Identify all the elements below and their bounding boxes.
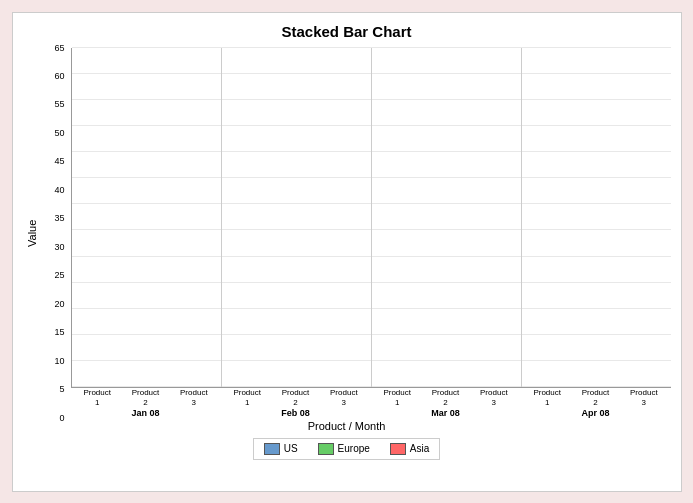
product-label-1-0: Product1 — [225, 388, 270, 407]
month-label-3: Apr 08 — [521, 408, 671, 418]
legend-label-asia: Asia — [410, 443, 429, 454]
product-label-1-2: Product3 — [321, 388, 366, 407]
product-label-3-1: Product2 — [573, 388, 618, 407]
y-tick-5: 5 — [42, 385, 68, 394]
product-label-1-1: Product2 — [273, 388, 318, 407]
y-tick-15: 15 — [42, 328, 68, 337]
y-tick-60: 60 — [42, 71, 68, 80]
legend-color-asia — [390, 443, 406, 455]
month-section-3 — [522, 48, 671, 388]
month-label-2: Mar 08 — [371, 408, 521, 418]
legend: USEuropeAsia — [253, 438, 441, 460]
y-tick-45: 45 — [42, 157, 68, 166]
y-tick-40: 40 — [42, 185, 68, 194]
month-section-1 — [222, 48, 372, 388]
product-label-2-1: Product2 — [423, 388, 468, 407]
product-label-2-2: Product3 — [471, 388, 516, 407]
y-tick-20: 20 — [42, 299, 68, 308]
month-label-0: Jan 08 — [71, 408, 221, 418]
y-tick-25: 25 — [42, 271, 68, 280]
y-tick-65: 65 — [42, 43, 68, 52]
y-tick-50: 50 — [42, 128, 68, 137]
y-tick-55: 55 — [42, 100, 68, 109]
product-label-0-0: Product1 — [75, 388, 120, 407]
product-label-2-0: Product1 — [375, 388, 420, 407]
plot-area — [71, 48, 671, 389]
y-axis-label: Value — [23, 48, 41, 418]
legend-item-us: US — [264, 443, 298, 455]
month-label-1: Feb 08 — [221, 408, 371, 418]
product-label-3-0: Product1 — [525, 388, 570, 407]
product-label-0-1: Product2 — [123, 388, 168, 407]
product-label-0-2: Product3 — [171, 388, 216, 407]
y-tick-30: 30 — [42, 242, 68, 251]
y-tick-0: 0 — [42, 413, 68, 422]
y-tick-10: 10 — [42, 356, 68, 365]
legend-label-us: US — [284, 443, 298, 454]
legend-color-europe — [318, 443, 334, 455]
legend-item-europe: Europe — [318, 443, 370, 455]
chart-title: Stacked Bar Chart — [23, 23, 671, 40]
legend-color-us — [264, 443, 280, 455]
product-label-3-2: Product3 — [621, 388, 666, 407]
y-tick-labels: 05101520253035404550556065 — [43, 48, 71, 418]
chart-container: Stacked Bar Chart Value 0510152025303540… — [12, 12, 682, 492]
y-tick-35: 35 — [42, 214, 68, 223]
month-section-2 — [372, 48, 522, 388]
month-section-0 — [72, 48, 222, 388]
legend-label-europe: Europe — [338, 443, 370, 454]
legend-item-asia: Asia — [390, 443, 429, 455]
x-axis-title: Product / Month — [23, 420, 671, 432]
